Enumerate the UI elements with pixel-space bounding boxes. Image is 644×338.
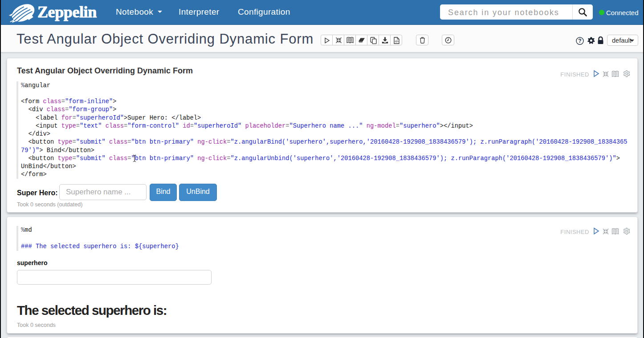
svg-text:?: ? xyxy=(578,38,581,44)
